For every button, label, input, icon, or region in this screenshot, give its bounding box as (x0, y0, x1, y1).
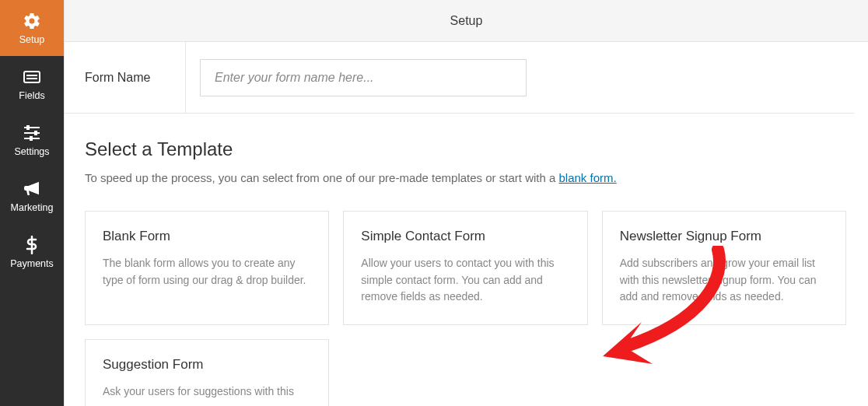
template-section: Select a Template To speed up the proces… (65, 114, 854, 406)
template-grid: Blank Form The blank form allows you to … (85, 211, 846, 325)
sidebar-item-label: Marketing (11, 202, 54, 213)
sliders-icon (23, 123, 41, 143)
template-card-title: Blank Form (103, 229, 311, 244)
svg-rect-2 (26, 78, 37, 79)
template-card-simple-contact-form[interactable]: Simple Contact Form Allow your users to … (343, 211, 587, 325)
sidebar: Setup Fields Settings Marketing Payments (0, 0, 64, 406)
sidebar-item-settings[interactable]: Settings (0, 112, 64, 168)
template-card-title: Simple Contact Form (361, 229, 569, 244)
template-card-suggestion-form[interactable]: Suggestion Form Ask your users for sugge… (85, 339, 329, 406)
sidebar-item-fields[interactable]: Fields (0, 56, 64, 112)
svg-rect-8 (30, 136, 33, 141)
template-card-title: Suggestion Form (103, 357, 311, 373)
sidebar-item-marketing[interactable]: Marketing (0, 168, 64, 224)
dollar-icon (26, 235, 38, 255)
top-tab-label: Setup (450, 14, 483, 28)
content-area: Form Name Select a Template To speed up … (65, 42, 868, 406)
template-heading: Select a Template (85, 138, 846, 160)
template-subtext-prefix: To speed up the process, you can select … (85, 171, 558, 184)
template-subtext: To speed up the process, you can select … (85, 171, 846, 184)
main-panel: Setup Form Name Select a Template To spe… (64, 0, 868, 406)
list-icon (23, 67, 41, 87)
form-name-input-wrap (186, 42, 854, 113)
form-name-label: Form Name (65, 42, 186, 113)
template-card-title: Newsletter Signup Form (620, 229, 828, 244)
sidebar-item-label: Payments (10, 258, 54, 269)
bullhorn-icon (23, 179, 41, 199)
sidebar-item-setup[interactable]: Setup (0, 0, 64, 56)
top-tab-setup[interactable]: Setup (65, 0, 868, 42)
template-grid-row-2: Suggestion Form Ask your users for sugge… (85, 339, 846, 406)
svg-rect-1 (26, 75, 37, 76)
template-card-desc: Ask your users for suggestions with this (103, 383, 311, 401)
svg-rect-7 (34, 131, 37, 135)
sidebar-item-payments[interactable]: Payments (0, 224, 64, 280)
form-name-input[interactable] (200, 59, 527, 96)
sidebar-item-label: Fields (19, 90, 44, 101)
gear-icon (23, 11, 41, 31)
template-card-desc: Allow your users to contact you with thi… (361, 255, 569, 306)
template-card-desc: Add subscribers and grow your email list… (620, 255, 828, 306)
form-name-row: Form Name (65, 42, 854, 114)
svg-rect-0 (24, 72, 40, 82)
sidebar-item-label: Settings (14, 146, 49, 157)
blank-form-link[interactable]: blank form. (558, 171, 616, 184)
template-card-newsletter-signup-form[interactable]: Newsletter Signup Form Add subscribers a… (602, 211, 846, 325)
sidebar-item-label: Setup (19, 34, 45, 45)
template-card-blank-form[interactable]: Blank Form The blank form allows you to … (85, 211, 329, 325)
template-card-desc: The blank form allows you to create any … (103, 255, 311, 289)
svg-rect-6 (26, 125, 30, 130)
